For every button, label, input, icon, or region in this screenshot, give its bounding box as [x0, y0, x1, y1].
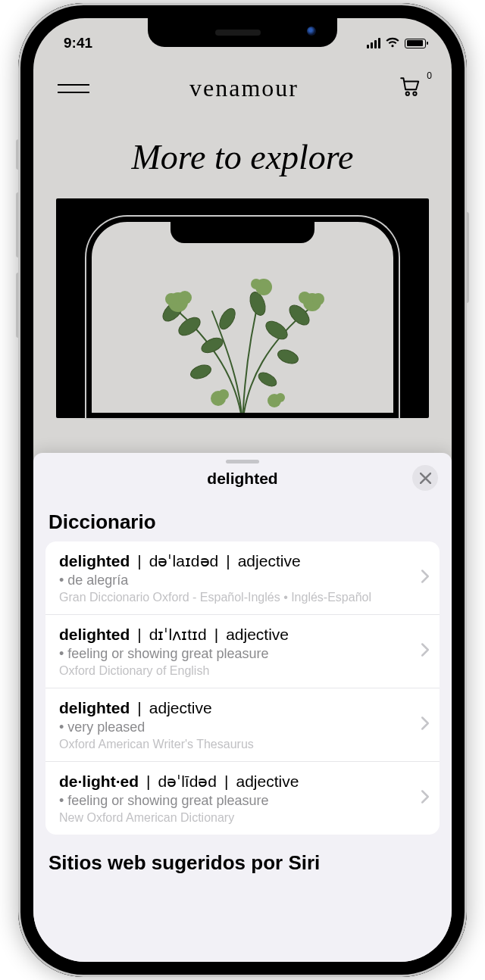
svg-point-2 — [176, 314, 204, 339]
source: Gran Diccionario Oxford - Español-Inglés… — [59, 591, 406, 604]
app-header: venamour 0 — [33, 58, 452, 110]
svg-point-10 — [189, 363, 213, 382]
sheet-grabber[interactable] — [226, 460, 259, 463]
definition: • feeling or showing great pleasure — [59, 793, 406, 809]
source: New Oxford American Dictionary — [59, 811, 406, 825]
svg-point-23 — [276, 393, 285, 402]
svg-point-19 — [251, 279, 261, 289]
svg-point-13 — [178, 291, 192, 304]
source: Oxford Dictionary of English — [59, 664, 406, 678]
chevron-right-icon — [421, 643, 429, 660]
siri-web-section-title: Sitios web sugeridos por Siri — [33, 835, 452, 882]
word: delighted — [59, 626, 130, 644]
chevron-right-icon — [421, 570, 429, 586]
botanical-illustration — [106, 266, 379, 413]
dict-entry[interactable]: delighted | adjective • very pleased Oxf… — [45, 688, 440, 762]
dict-entry[interactable]: delighted | dəˈlaɪdəd | adjective • de a… — [45, 541, 440, 615]
word: de·light·ed — [59, 772, 139, 791]
svg-point-7 — [263, 317, 291, 342]
word: delighted — [59, 552, 130, 570]
ipa: dɪˈlʌɪtɪd — [149, 626, 207, 644]
dictionary-results-card: delighted | dəˈlaɪdəd | adjective • de a… — [45, 541, 440, 835]
status-time: 9:41 — [64, 35, 92, 51]
notch — [148, 18, 337, 47]
cellular-icon — [367, 38, 381, 48]
pos: adjective — [149, 699, 212, 717]
phone-frame: 9:41 venamour 0 More to explore — [18, 3, 467, 977]
pos: adjective — [236, 772, 299, 791]
svg-point-16 — [299, 292, 311, 304]
front-camera-icon — [307, 27, 316, 36]
chevron-right-icon — [421, 790, 429, 807]
svg-point-21 — [218, 389, 229, 400]
source: Oxford American Writer's Thesaurus — [59, 738, 406, 751]
sheet-title: delighted — [33, 470, 452, 488]
battery-icon — [405, 39, 426, 48]
definition: • de alegría — [59, 573, 406, 588]
dictionary-section-title: Diccionario — [33, 501, 452, 541]
hero-phone-mockup — [86, 217, 399, 418]
screen: 9:41 venamour 0 More to explore — [33, 18, 452, 962]
hero-banner[interactable] — [56, 198, 429, 418]
svg-point-9 — [276, 348, 300, 367]
lookup-sheet: delighted Diccionario delighted | dəˈlaɪ… — [33, 453, 452, 962]
svg-point-14 — [165, 293, 177, 305]
page-title: More to explore — [33, 137, 452, 177]
cart-badge: 0 — [427, 70, 432, 81]
close-button[interactable] — [412, 465, 438, 491]
brand-logo[interactable]: venamour — [189, 74, 299, 102]
definition: • very pleased — [59, 719, 406, 735]
dict-entry[interactable]: de·light·ed | dəˈlīdəd | adjective • fee… — [45, 762, 440, 835]
svg-point-0 — [406, 92, 409, 95]
word: delighted — [59, 699, 130, 717]
dict-entry[interactable]: delighted | dɪˈlʌɪtɪd | adjective • feel… — [45, 615, 440, 688]
svg-point-1 — [413, 92, 416, 95]
pos: adjective — [226, 626, 289, 644]
pos: adjective — [238, 552, 301, 570]
ipa: dəˈlīdəd — [158, 772, 217, 791]
wifi-icon — [385, 35, 400, 51]
svg-point-11 — [256, 370, 279, 389]
svg-point-17 — [312, 293, 324, 305]
menu-icon[interactable] — [58, 84, 89, 93]
definition: • feeling or showing great pleasure — [59, 646, 406, 662]
chevron-right-icon — [421, 716, 429, 733]
ipa: dəˈlaɪdəd — [149, 552, 218, 570]
cart-button[interactable]: 0 — [399, 75, 426, 102]
svg-point-5 — [217, 306, 239, 332]
